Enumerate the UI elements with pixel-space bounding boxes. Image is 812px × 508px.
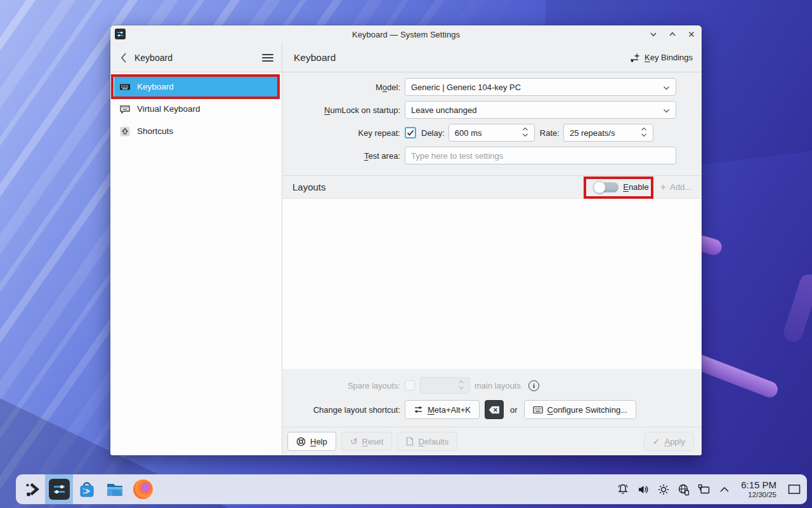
change-shortcut-label: Change layout shortcut: — [282, 405, 400, 415]
titlebar[interactable]: Keyboard — System Settings — [110, 25, 702, 43]
plus-icon: + — [660, 182, 666, 192]
minimize-icon[interactable] — [648, 29, 658, 39]
firefox-icon — [133, 479, 153, 499]
app-launcher-button[interactable] — [16, 474, 45, 504]
clock-time: 6:15 PM — [741, 479, 776, 491]
tray-expand-icon[interactable] — [717, 482, 732, 497]
reset-button[interactable]: ↺ Reset — [341, 432, 393, 451]
dialog-button-row: Help ↺ Reset Defaults — [282, 427, 702, 455]
model-value: Generic | Generic 104-key PC — [411, 83, 521, 92]
shortcuts-icon — [119, 126, 131, 137]
rate-value: 25 repeats/s — [570, 128, 615, 138]
chevron-down-icon — [663, 83, 670, 92]
close-icon[interactable] — [686, 29, 697, 39]
spin-arrows-icon[interactable] — [641, 127, 647, 139]
keyboard-icon — [119, 81, 131, 93]
taskbar-item-discover[interactable] — [73, 474, 101, 504]
delay-spinbox[interactable]: 600 ms — [449, 124, 535, 142]
brightness-icon[interactable] — [656, 482, 671, 497]
backspace-icon — [488, 406, 500, 414]
sidebar-item-keyboard[interactable]: Keyboard — [114, 77, 278, 97]
spare-layouts-spinbox[interactable] — [420, 377, 469, 394]
window-title: Keyboard — System Settings — [352, 30, 460, 39]
info-icon[interactable]: i — [528, 380, 539, 391]
sidebar-item-label: Shortcuts — [137, 126, 173, 136]
maximize-icon[interactable] — [667, 29, 678, 39]
test-area-label: Test area: — [282, 151, 400, 161]
numlock-combobox[interactable]: Leave unchanged — [405, 101, 676, 119]
taskbar-item-firefox[interactable] — [129, 474, 157, 504]
chevron-down-icon — [663, 105, 670, 115]
shortcut-button[interactable]: Meta+Alt+K — [405, 400, 480, 419]
taskbar-item-system-settings[interactable] — [45, 474, 73, 504]
key-bindings-icon — [629, 53, 640, 63]
key-repeat-label: Key repeat: — [282, 128, 400, 138]
spin-arrows-icon[interactable] — [522, 127, 528, 139]
main-pane: Model: Generic | Generic 104-key PC NumL… — [282, 72, 702, 455]
check-icon: ✓ — [653, 437, 660, 446]
delay-value: 600 ms — [455, 128, 482, 138]
delay-label: Delay: — [421, 128, 445, 138]
hamburger-menu-icon[interactable] — [261, 53, 274, 63]
discover-icon — [77, 479, 97, 500]
back-icon[interactable] — [119, 52, 128, 64]
spare-layouts-checkbox[interactable] — [405, 380, 415, 391]
dolphin-folder-icon — [105, 479, 125, 500]
defaults-icon — [406, 437, 414, 446]
key-repeat-checkbox[interactable] — [405, 127, 416, 138]
model-label: Model: — [282, 83, 400, 92]
layouts-title: Layouts — [292, 182, 593, 192]
or-label: or — [510, 405, 518, 415]
configure-switching-button[interactable]: Configure Switching... — [524, 400, 636, 419]
keyboard-settings-icon — [533, 406, 543, 414]
notifications-icon[interactable] — [615, 482, 631, 497]
undo-icon: ↺ — [350, 437, 358, 446]
clear-shortcut-button[interactable] — [485, 400, 504, 419]
header-row: Keyboard Keyboard Key Bindings — [110, 43, 702, 72]
spare-layouts-label: Spare layouts: — [282, 381, 400, 391]
help-button[interactable]: Help — [287, 432, 336, 451]
taskbar-item-dolphin[interactable] — [101, 474, 129, 504]
layouts-list-view — [282, 198, 702, 369]
spin-arrows-icon — [458, 380, 464, 392]
key-bindings-button[interactable]: Key Bindings — [629, 53, 693, 63]
system-settings-icon — [51, 481, 67, 497]
sidebar-item-virtual-keyboard[interactable]: Virtual Keyboard — [114, 99, 278, 119]
desktop: Keyboard — System Settings Keyboard — [0, 0, 812, 508]
sidebar-item-shortcuts[interactable]: Shortcuts — [114, 121, 278, 141]
numlock-label: NumLock on startup: — [282, 105, 400, 115]
key-bindings-label: Key Bindings — [645, 53, 693, 62]
add-label: Add... — [670, 182, 691, 192]
configure-switching-label: Configure Switching... — [547, 405, 627, 415]
sidebar-header-title: Keyboard — [134, 53, 255, 63]
rate-spinbox[interactable]: 25 repeats/s — [563, 124, 653, 142]
help-label: Help — [310, 437, 327, 446]
layouts-enable-toggle[interactable] — [593, 181, 619, 194]
clock-date: 12/30/25 — [741, 491, 776, 500]
network-globe-icon[interactable] — [676, 482, 691, 497]
defaults-button[interactable]: Defaults — [397, 432, 457, 451]
system-settings-window: Keyboard — System Settings Keyboard — [110, 25, 702, 455]
taskbar: 6:15 PM 12/30/25 — [16, 474, 807, 504]
defaults-label: Defaults — [418, 437, 449, 446]
rate-label: Rate: — [540, 128, 560, 138]
main-layouts-label: main layouts — [475, 381, 521, 391]
clock[interactable]: 6:15 PM 12/30/25 — [741, 479, 776, 500]
model-combobox[interactable]: Generic | Generic 104-key PC — [405, 78, 676, 96]
keyboard-form: Model: Generic | Generic 104-key PC NumL… — [282, 72, 702, 175]
layouts-footer: Spare layouts: main layouts i Change lay… — [282, 369, 702, 427]
show-desktop-button[interactable] — [787, 482, 802, 497]
shortcut-value: Meta+Alt+K — [428, 405, 471, 415]
help-icon — [296, 437, 306, 446]
virtual-keyboard-icon — [119, 104, 131, 115]
network-connection-icon[interactable] — [697, 482, 712, 497]
sidebar-item-label: Virtual Keyboard — [137, 104, 200, 114]
test-area-input[interactable] — [405, 147, 676, 164]
add-layout-button[interactable]: + Add... — [660, 182, 691, 192]
sidebar: Keyboard Virtual Keyboard — [110, 72, 282, 455]
shortcut-icon — [414, 405, 423, 414]
volume-icon[interactable] — [636, 482, 651, 497]
system-settings-app-icon — [115, 29, 126, 39]
apply-button[interactable]: ✓ Apply — [644, 432, 694, 451]
enable-label: Enable — [623, 182, 648, 192]
